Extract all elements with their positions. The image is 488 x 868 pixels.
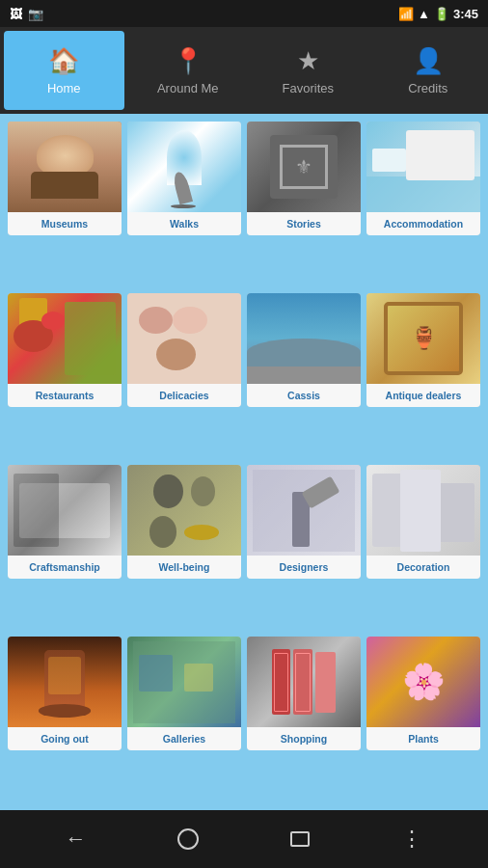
wifi-icon: 📶 [398,7,414,21]
nav-home[interactable]: 🏠 Home [4,31,124,110]
grid-label-plants: Plants [366,727,480,750]
camera-icon: 📷 [28,7,43,21]
grid-item-decoration[interactable]: Decoration [366,465,480,579]
nav-credits[interactable]: 👤 Credits [368,27,489,114]
grid-label-decoration: Decoration [366,556,480,579]
grid-item-wellbeing[interactable]: Well-being [127,465,241,579]
image-icon: 🖼 [10,7,22,21]
grid-item-museums[interactable]: Museums [8,122,122,235]
time-display: 3:45 [453,7,478,21]
back-button[interactable]: ← [65,827,86,852]
person-icon: 👤 [413,46,444,76]
grid-content: Museums Walks ⚜ Stories Accommodation [0,114,488,810]
grid-label-antique: Antique dealers [366,384,480,407]
status-left-icons: 🖼 📷 [10,7,43,21]
grid-item-craftsmanship[interactable]: Craftsmanship [8,465,122,579]
nav-home-label: Home [47,81,81,95]
grid-label-designers: Designers [247,556,361,579]
grid-label-cassis: Cassis [247,384,361,407]
grid-label-accommodation: Accommodation [366,212,480,235]
grid-item-galleries[interactable]: Galleries [127,637,241,750]
nav-around-me-label: Around Me [157,81,219,95]
grid-item-accommodation[interactable]: Accommodation [366,122,480,235]
grid-item-designers[interactable]: Designers [247,465,361,579]
battery-icon: 🔋 [434,7,449,21]
signal-icon: ▲ [418,7,430,21]
grid-item-shopping[interactable]: Shopping [247,637,361,750]
status-right-icons: 📶 ▲ 🔋 3:45 [398,7,478,21]
menu-icon: ⋮ [401,827,423,852]
location-icon: 📍 [173,46,203,76]
status-bar: 🖼 📷 📶 ▲ 🔋 3:45 [0,0,488,27]
nav-favorites[interactable]: ★ Favorites [248,27,368,114]
grid-item-goingout[interactable]: Going out [8,637,122,750]
grid-item-restaurants[interactable]: Restaurants [8,293,122,407]
grid-label-walks: Walks [127,212,241,235]
grid-item-stories[interactable]: ⚜ Stories [247,122,361,235]
nav-bar: 🏠 Home 📍 Around Me ★ Favorites 👤 Credits [0,27,488,114]
menu-button[interactable]: ⋮ [401,827,423,852]
grid-label-goingout: Going out [8,727,122,750]
grid-item-cassis[interactable]: Cassis [247,293,361,407]
grid-item-antique[interactable]: 🏺 Antique dealers [366,293,480,407]
grid-label-shopping: Shopping [247,727,361,750]
home-icon: 🏠 [48,46,79,76]
nav-favorites-label: Favorites [283,81,334,95]
grid-item-delicacies[interactable]: Delicacies [127,293,241,407]
nav-credits-label: Credits [408,81,447,95]
grid-label-museums: Museums [8,212,122,235]
recent-button[interactable] [290,831,310,847]
grid-label-craftsmanship: Craftsmanship [8,556,122,579]
home-nav-icon [177,828,199,850]
grid-label-restaurants: Restaurants [8,384,122,407]
bottom-bar: ← ⋮ [0,810,488,868]
back-icon: ← [65,827,86,852]
star-icon: ★ [297,46,319,76]
grid-label-galleries: Galleries [127,727,241,750]
nav-around-me[interactable]: 📍 Around Me [128,27,249,114]
grid-item-walks[interactable]: Walks [127,122,241,235]
home-button[interactable] [177,828,199,850]
recent-icon [290,831,310,847]
grid-label-wellbeing: Well-being [127,556,241,579]
grid-item-plants[interactable]: 🌸 Plants [366,637,480,750]
grid-label-delicacies: Delicacies [127,384,241,407]
grid-label-stories: Stories [247,212,361,235]
